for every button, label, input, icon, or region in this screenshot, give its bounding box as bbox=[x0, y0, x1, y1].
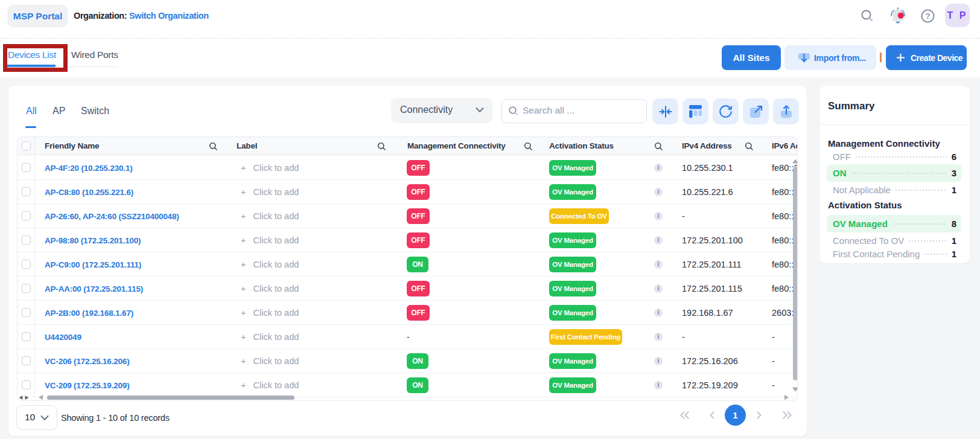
svg-text:?: ? bbox=[926, 11, 931, 21]
